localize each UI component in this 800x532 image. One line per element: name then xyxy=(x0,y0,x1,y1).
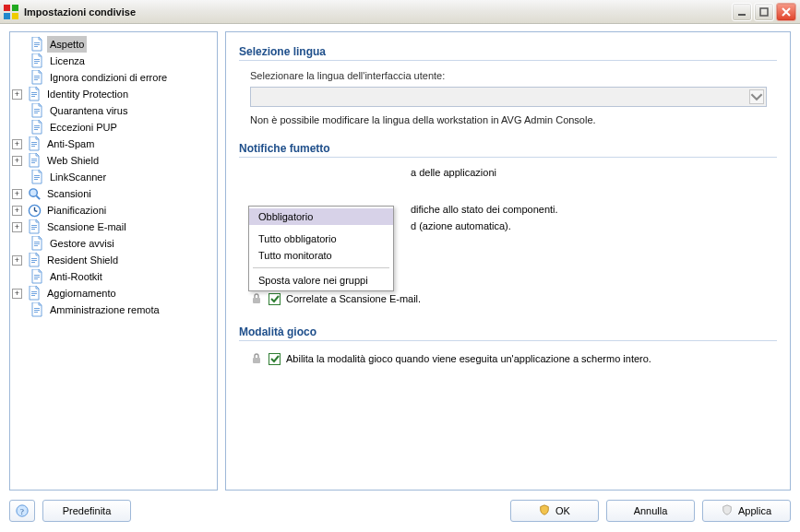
checkbox-row-gamemode: Abilita la modalità gioco quando viene e… xyxy=(250,350,777,367)
tree-expander-icon[interactable]: + xyxy=(12,139,22,149)
svg-rect-55 xyxy=(34,312,38,313)
svg-rect-6 xyxy=(34,42,40,43)
checkbox-emailscan[interactable] xyxy=(269,293,281,305)
tree-expander-icon[interactable]: + xyxy=(12,222,22,232)
svg-rect-2 xyxy=(4,13,10,19)
tree-item[interactable]: +Anti-Spam xyxy=(12,136,215,152)
tree-item[interactable]: LinkScanner xyxy=(12,169,215,185)
tree-item[interactable]: Amministrazione remota xyxy=(12,301,215,318)
bottom-button-bar: ? Predefinita OK Annulla Applica xyxy=(9,497,791,525)
svg-rect-51 xyxy=(31,293,37,294)
tree-expander-icon[interactable]: + xyxy=(12,89,22,100)
svg-rect-17 xyxy=(31,96,35,97)
tree-item[interactable]: Ignora condizioni di errore xyxy=(12,69,215,86)
cancel-button[interactable]: Annulla xyxy=(606,500,695,522)
svg-rect-31 xyxy=(34,177,40,178)
document-icon xyxy=(27,136,42,151)
svg-rect-58 xyxy=(253,298,260,303)
svg-rect-18 xyxy=(34,109,40,110)
tree-item[interactable]: +Web Shield xyxy=(12,152,215,169)
tree-item[interactable]: +Aggiornamento xyxy=(12,285,215,301)
checkbox-gamemode[interactable] xyxy=(269,353,281,365)
context-menu[interactable]: Obbligatorio Tutto obbligatorio Tutto mo… xyxy=(248,206,394,291)
tree-item-label: Gestore avvisi xyxy=(47,235,117,252)
document-icon xyxy=(27,153,42,168)
magnifier-icon xyxy=(27,186,42,201)
balloon-text-fragment: d (azione automatica). xyxy=(411,220,511,231)
checkbox-gamemode-label: Abilita la modalità gioco quando viene e… xyxy=(286,353,651,364)
context-menu-separator xyxy=(253,267,389,268)
svg-rect-0 xyxy=(4,5,10,11)
tree-item[interactable]: Quarantena virus xyxy=(12,102,215,119)
tree-item[interactable]: Licenza xyxy=(12,53,215,69)
tree-expander-spacer xyxy=(12,106,25,116)
minimize-button[interactable] xyxy=(732,3,752,21)
svg-rect-43 xyxy=(34,245,38,246)
shield-icon xyxy=(539,504,550,517)
navigation-tree[interactable]: AspettoLicenzaIgnora condizioni di error… xyxy=(12,36,215,318)
svg-rect-38 xyxy=(31,225,37,226)
svg-rect-47 xyxy=(34,275,40,276)
svg-rect-10 xyxy=(34,61,40,62)
tree-item-label: Aggiornamento xyxy=(44,285,119,301)
tree-expander-spacer xyxy=(12,40,25,50)
context-menu-item-tutto-obbligatorio[interactable]: Tutto obbligatorio xyxy=(249,231,393,247)
svg-rect-4 xyxy=(738,14,746,16)
clock-icon xyxy=(27,203,42,218)
svg-line-37 xyxy=(34,210,37,211)
svg-rect-54 xyxy=(34,310,40,311)
divider xyxy=(239,157,777,158)
lock-icon xyxy=(250,292,263,305)
language-note: Non è possibile modificare la lingua del… xyxy=(250,114,777,125)
default-button-label: Predefinita xyxy=(63,505,112,516)
language-select[interactable] xyxy=(250,87,767,107)
tree-item-label: Anti-Rootkit xyxy=(47,268,105,285)
ok-button[interactable]: OK xyxy=(510,500,599,522)
document-icon xyxy=(30,302,44,317)
tree-item[interactable]: Eccezioni PUP xyxy=(12,119,215,136)
checkbox-row-emailscan: Correlate a Scansione E-mail. xyxy=(250,290,777,307)
tree-expander-spacer xyxy=(12,56,25,66)
tree-expander-icon[interactable]: + xyxy=(12,189,22,199)
tree-item[interactable]: Anti-Rootkit xyxy=(12,268,215,285)
document-icon xyxy=(30,236,44,251)
section-title-language: Selezione lingua xyxy=(239,45,777,58)
context-menu-item-tutto-monitorato[interactable]: Tutto monitorato xyxy=(249,247,393,264)
svg-rect-29 xyxy=(31,162,35,163)
tree-item-label: Resident Shield xyxy=(44,252,121,268)
tree-expander-spacer xyxy=(12,73,25,83)
close-button[interactable] xyxy=(776,3,796,21)
context-menu-item-sposta-valore[interactable]: Sposta valore nei gruppi xyxy=(249,272,393,289)
balloon-text-fragment: difiche allo stato dei componenti. xyxy=(411,204,558,215)
tree-item[interactable]: +Scansione E-mail xyxy=(12,219,215,235)
tree-expander-icon[interactable]: + xyxy=(12,255,22,266)
lock-icon xyxy=(250,352,263,365)
svg-rect-13 xyxy=(34,77,40,78)
tree-item[interactable]: +Pianificazioni xyxy=(12,202,215,219)
svg-rect-30 xyxy=(34,175,40,176)
maximize-button[interactable] xyxy=(754,3,774,21)
svg-rect-53 xyxy=(34,308,40,309)
tree-item[interactable]: +Scansioni xyxy=(12,185,215,202)
context-menu-item-obbligatorio[interactable]: Obbligatorio xyxy=(249,208,393,225)
svg-rect-25 xyxy=(31,144,37,145)
tree-expander-icon[interactable]: + xyxy=(12,156,22,166)
apply-button-label: Applica xyxy=(738,505,771,516)
apply-button[interactable]: Applica xyxy=(702,500,791,522)
document-icon xyxy=(30,120,44,135)
tree-expander-icon[interactable]: + xyxy=(12,206,22,216)
tree-item[interactable]: Aspetto xyxy=(12,36,215,53)
tree-item-label: Identity Protection xyxy=(44,86,131,102)
svg-rect-40 xyxy=(31,229,35,230)
svg-rect-22 xyxy=(34,127,40,128)
svg-rect-9 xyxy=(34,59,40,60)
tree-item[interactable]: Gestore avvisi xyxy=(12,235,215,252)
help-button[interactable]: ? xyxy=(9,500,35,522)
default-button[interactable]: Predefinita xyxy=(42,500,131,522)
tree-expander-icon[interactable]: + xyxy=(12,289,22,299)
svg-rect-41 xyxy=(34,242,40,242)
svg-rect-19 xyxy=(34,111,40,112)
svg-rect-49 xyxy=(34,278,38,279)
tree-item[interactable]: +Identity Protection xyxy=(12,86,215,102)
tree-item[interactable]: +Resident Shield xyxy=(12,252,215,268)
